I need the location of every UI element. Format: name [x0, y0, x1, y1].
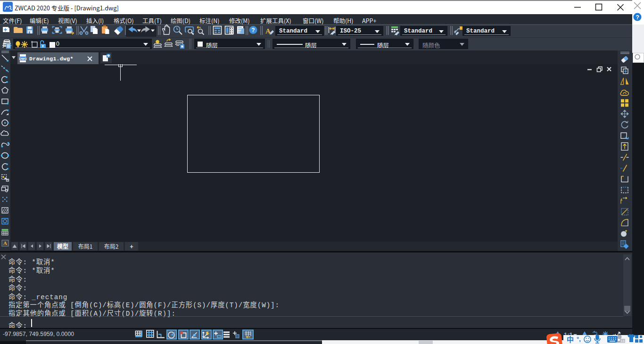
svg-text:中: 中 — [567, 334, 574, 344]
svg-text:?: ? — [636, 14, 639, 21]
svg-text:13: 13 — [621, 339, 625, 343]
svg-text:°,: °, — [577, 336, 581, 343]
